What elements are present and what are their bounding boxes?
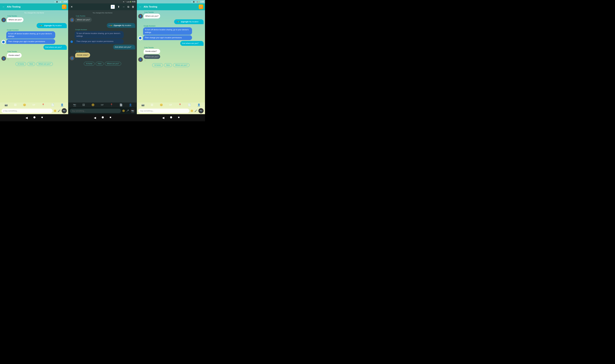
chip-where-3[interactable]: Where are you? — [173, 63, 190, 67]
mic-input-icon-1[interactable]: 🎤 — [58, 109, 60, 112]
file-toolbar-icon-2[interactable]: 📄 — [120, 103, 123, 106]
camera-toolbar-icon-1[interactable]: 📷 — [5, 103, 8, 106]
emoji-toolbar-icon-1[interactable]: 😊 — [23, 103, 26, 106]
status-time-1: 3:20 — [64, 1, 67, 3]
location-toolbar-icon-3[interactable]: 📍 — [178, 103, 181, 106]
sender-cody-3-0: Cody Toombs — [144, 11, 160, 13]
camera-btn-icon-2: 📷 — [131, 109, 134, 112]
msg-row-assistant-2: 🔵 Google Assistant To turn off device lo… — [70, 29, 135, 44]
image-toolbar-icon-1[interactable]: 🖼 — [14, 104, 17, 106]
nav-recent-2[interactable]: ◼ — [107, 115, 114, 121]
input-field-1[interactable]: | Say something... — [1, 109, 53, 113]
gif-toolbar-icon-3[interactable]: GIF — [169, 104, 172, 106]
camera-toolbar-icon-2[interactable]: 📷 — [73, 103, 76, 106]
share-icon-2[interactable]: ⬆ — [117, 5, 120, 9]
input-area-2: Say something... 😊 🎤 📷 — [68, 107, 137, 114]
file-toolbar-icon-1[interactable]: 📄 — [51, 103, 54, 106]
gif-toolbar-icon-2[interactable]: GIF — [101, 104, 104, 106]
input-placeholder-3: Say something... — [140, 110, 154, 112]
heart-icon-3[interactable]: ♡ — [144, 60, 160, 62]
input-field-3[interactable]: Say something... — [138, 109, 189, 113]
chip-at-home-1[interactable]: At home — [15, 62, 26, 66]
bubble-donde-3: Donde estas? — [144, 49, 160, 54]
back-button-1[interactable]: ← — [2, 5, 5, 9]
status-time-3: 3:20 — [200, 1, 204, 3]
nav-back-2[interactable]: ◀ — [91, 115, 99, 121]
bubble-donde-2: Donde estas? — [75, 52, 90, 57]
chip-here-1[interactable]: Here — [27, 62, 35, 66]
translate-icon-2[interactable]: T — [111, 5, 115, 9]
sender-assistant-3: Google Assistant — [144, 25, 192, 27]
signal-icon: ▮ — [60, 1, 61, 2]
status-bar-3: ★ 📳 ▲ ▮ 🔋 3:20 — [137, 0, 205, 3]
vibrate-icon-2: 📳 — [124, 1, 126, 2]
nav-home-3[interactable]: ⬤ — [167, 115, 175, 121]
msg-group-2-1: Cody Toombs Where are you? — [75, 15, 92, 22]
mic-input-icon-3[interactable]: 🎤 — [194, 109, 197, 112]
heart-icon-1[interactable]: ♡ — [7, 58, 22, 61]
heart-icon-2[interactable]: ♡ — [76, 58, 90, 60]
camera-button-2[interactable]: 📷 — [130, 108, 135, 113]
google-mention-1: @google — [44, 25, 52, 26]
chip-where-1[interactable]: Where are you? — [36, 62, 53, 66]
nav-recent-1[interactable]: ◼ — [39, 115, 46, 121]
sender-assistant-2: Google Assistant — [75, 29, 123, 30]
contact-toolbar-icon-1[interactable]: 👤 — [60, 103, 64, 106]
forward-icon-2[interactable]: → — [122, 5, 125, 9]
google-dots-1: ●●●● — [38, 24, 43, 27]
app-icon-3[interactable]: 🎨 — [199, 5, 203, 9]
bubble-google-1: ●●●● @google My location ✓✓ — [37, 23, 67, 28]
emoji-input-icon-2[interactable]: 😊 — [122, 109, 125, 112]
chip-here-3[interactable]: Here — [164, 63, 172, 67]
mic-input-icon-2[interactable]: 🎤 — [126, 109, 129, 112]
status-time-2: 3:21 — [132, 1, 136, 3]
chip-at-home-3[interactable]: At home — [152, 63, 163, 67]
nav-section-3: ◀ ⬤ ◼ — [137, 115, 205, 121]
emoji-input-icon-1[interactable]: 😊 — [54, 109, 56, 112]
camera-button-3[interactable]: 📷 — [198, 108, 204, 113]
emoji-toolbar-icon-2[interactable]: 😊 — [91, 103, 95, 106]
delete-icon-2[interactable]: 🗑 — [131, 5, 135, 9]
chips-row-1: At home Here Where are you? — [1, 62, 67, 66]
emoji-input-icon-3[interactable]: 😊 — [191, 109, 193, 112]
camera-button-1[interactable]: 📷 — [62, 108, 67, 113]
location-toolbar-icon-2[interactable]: 📍 — [110, 103, 113, 106]
nav-home-2[interactable]: ⬤ — [99, 115, 107, 121]
status-icons-3: ★ 📳 ▲ ▮ 🔋 — [191, 1, 200, 2]
assistant-icon-2: 🔵 — [70, 40, 74, 44]
wifi-icon-2: ▲ — [127, 1, 128, 2]
copy-icon-2[interactable]: ⧉ — [127, 5, 130, 9]
input-field-2[interactable]: Say something... — [70, 109, 121, 113]
msg-row-3-2: And where are you? ✓✓ — [138, 41, 204, 46]
assistant-group-2: Google Assistant To turn off device loca… — [75, 29, 123, 44]
chip-where-2[interactable]: Where are you? — [105, 62, 121, 65]
chip-at-home-2[interactable]: At home — [84, 62, 95, 65]
file-toolbar-icon-3[interactable]: 📄 — [188, 103, 191, 106]
signal-icon-3: ▮ — [197, 1, 198, 2]
msg-row-3: And where are you? ✓✓ — [1, 45, 67, 50]
gif-toolbar-icon-1[interactable]: GIF — [32, 104, 35, 106]
app-icon-1[interactable]: 🎨 — [62, 5, 67, 9]
bubble-donde-1: Donde estas? — [7, 53, 22, 58]
app-icon-emoji-1: 🎨 — [63, 6, 66, 8]
nav-back-3[interactable]: ◀ — [159, 115, 167, 121]
sender-cody-1: Cody Toombs — [7, 15, 24, 17]
wifi-icon: ▲ — [58, 1, 60, 2]
chip-here-2[interactable]: Here — [96, 62, 104, 65]
nav-home-1[interactable]: ⬤ — [30, 115, 39, 121]
battery-icon-3: 🔋 — [198, 1, 200, 2]
sender-cody-2: Cody Toombs — [7, 51, 22, 52]
msg-group-2: Cody Toombs Donde estas? ♡ — [7, 51, 22, 61]
camera-toolbar-icon-3[interactable]: 📷 — [141, 103, 145, 106]
nav-back-1[interactable]: ◀ — [23, 115, 30, 121]
contact-toolbar-icon-2[interactable]: 👤 — [129, 103, 132, 106]
image-toolbar-icon-3[interactable]: 🖼 — [151, 104, 153, 106]
close-button-2[interactable]: ✕ — [70, 5, 73, 9]
emoji-toolbar-icon-3[interactable]: 😊 — [160, 103, 163, 106]
image-toolbar-icon-2[interactable]: 🖼 — [82, 104, 85, 106]
check-3-2: ✓✓ — [200, 43, 202, 44]
back-button-3[interactable]: ← — [138, 5, 142, 9]
chat-area-1: You changed the chat theme 👤 Cody Toombs… — [0, 10, 68, 103]
location-toolbar-icon-1[interactable]: 📍 — [41, 103, 45, 106]
nav-recent-3[interactable]: ◼ — [175, 115, 182, 121]
